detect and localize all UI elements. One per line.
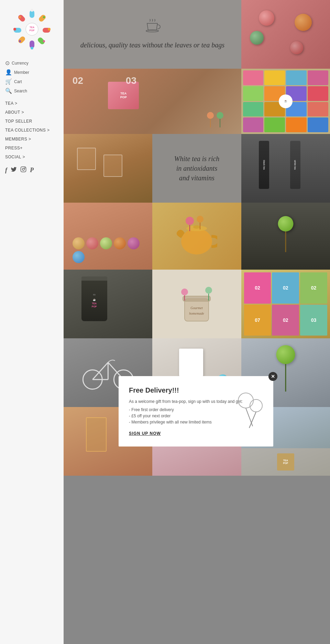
logo-icon: TEA POP: [10, 7, 54, 52]
svg-point-12: [31, 9, 33, 12]
tea-cup-photo: [64, 134, 152, 203]
tea-bag-photo: 03 ☕ TEA POP: [64, 270, 152, 338]
social-icons: f P: [5, 166, 58, 174]
search-label: Search: [14, 89, 27, 93]
member-icon: 👤: [5, 69, 12, 76]
hero-text-cell: delicious, quality teas without the leav…: [64, 0, 241, 69]
white-tea-row: White tea is rich in antioxidants and vi…: [64, 134, 330, 203]
cup-icon: [144, 19, 161, 37]
svg-point-35: [181, 289, 188, 295]
search-icon: 🔍: [5, 88, 12, 94]
sidebar-item-social[interactable]: SOCIAL >: [5, 153, 58, 161]
gourmet-illustration: Gourmet homemade: [152, 270, 241, 338]
cafe-photo: [241, 203, 330, 270]
svg-point-21: [22, 168, 24, 170]
svg-point-26: [193, 225, 200, 229]
signup-button[interactable]: SIGN UP NOW: [129, 431, 161, 436]
hero-right-photo: [241, 0, 330, 69]
svg-rect-31: [185, 299, 209, 321]
facebook-icon[interactable]: f: [5, 167, 7, 174]
logo[interactable]: TEA POP: [5, 7, 58, 53]
free-delivery-modal: ✕ Free Delivery!!! As a welcome gift fro…: [119, 376, 273, 447]
currency-row[interactable]: ⊙ Currency: [5, 60, 29, 66]
products-row: 03 ☕ TEA POP Gourmet homemade: [64, 270, 330, 338]
svg-rect-9: [17, 35, 26, 44]
currency-label: Currency: [12, 61, 29, 66]
cart-icon: 🛒: [5, 78, 12, 85]
cart-label: Cart: [14, 79, 22, 84]
product-tubes-photo: black tea white tea: [241, 134, 330, 203]
svg-rect-20: [21, 167, 26, 172]
tea-wrap-photo: TEAPOP 02 03: [64, 69, 241, 134]
tea-products-row: TEAPOP 02 03: [64, 69, 330, 134]
svg-text:Gourmet: Gourmet: [191, 306, 203, 310]
instagram-icon[interactable]: [20, 166, 26, 174]
hero-tagline: delicious, quality teas without the leav…: [80, 40, 224, 50]
svg-line-41: [92, 362, 108, 380]
tea-colorful-grid-photo: ☕: [241, 69, 330, 134]
svg-point-17: [19, 40, 21, 42]
modal-close-button[interactable]: ✕: [268, 372, 277, 381]
member-row[interactable]: 👤 Member: [5, 69, 29, 76]
pastry-photo-1: [64, 203, 152, 270]
tea-boxes-photo: 02 02 02 07 02 03: [241, 270, 330, 338]
sidebar-item-tea[interactable]: TEA >: [5, 99, 58, 108]
modal-illustration: [235, 390, 266, 433]
svg-point-14: [48, 28, 51, 31]
hero-row: delicious, quality teas without the leav…: [64, 0, 330, 69]
twitter-icon[interactable]: [11, 166, 17, 174]
pastries-row: [64, 203, 330, 270]
sidebar-item-about[interactable]: ABOUT >: [5, 108, 58, 116]
svg-point-29: [197, 216, 204, 223]
modal-body: Free Delivery!!! As a welcome gift from …: [129, 386, 263, 436]
svg-point-22: [24, 168, 25, 168]
svg-point-19: [19, 16, 21, 18]
svg-point-15: [43, 40, 45, 42]
white-tea-text-cell: White tea is rich in antioxidants and vi…: [152, 134, 241, 203]
svg-rect-5: [38, 14, 46, 22]
svg-text:homemade: homemade: [189, 312, 205, 315]
teapot-photo: [152, 203, 241, 270]
svg-point-16: [31, 47, 33, 49]
teapot-svg: [176, 214, 217, 259]
search-row[interactable]: 🔍 Search: [5, 88, 27, 94]
svg-point-37: [205, 287, 212, 294]
cart-row[interactable]: 🛒 Cart: [5, 78, 22, 85]
main-content: delicious, quality teas without the leav…: [64, 0, 330, 644]
sidebar: TEA POP: [0, 0, 64, 644]
svg-point-13: [43, 16, 45, 18]
pinterest-icon[interactable]: P: [30, 167, 34, 174]
svg-text:TEA: TEA: [30, 26, 34, 29]
sidebar-nav: TEA > ABOUT > TOP SELLER TEA COLLECTIONS…: [5, 99, 58, 161]
sidebar-item-tea-collections[interactable]: TEA COLLECTIONS >: [5, 126, 58, 134]
member-label: Member: [14, 70, 29, 75]
svg-point-18: [13, 28, 16, 31]
white-tea-text: White tea is rich in antioxidants and vi…: [174, 154, 220, 183]
sidebar-item-press[interactable]: PRESS+: [5, 144, 58, 152]
svg-rect-11: [17, 14, 26, 22]
currency-icon: ⊙: [5, 60, 10, 66]
svg-line-47: [246, 408, 253, 426]
svg-point-24: [181, 228, 212, 255]
svg-text:POP: POP: [29, 29, 34, 32]
svg-rect-32: [183, 296, 210, 301]
sidebar-icons: ⊙ Currency 👤 Member 🛒 Cart 🔍 Search: [5, 60, 58, 94]
sidebar-item-members[interactable]: MEMBERS >: [5, 135, 58, 143]
gourmet-svg: Gourmet homemade: [174, 282, 219, 326]
sidebar-item-top-seller[interactable]: TOP SELLER: [5, 117, 58, 125]
svg-point-45: [238, 393, 253, 408]
svg-point-27: [186, 217, 194, 225]
